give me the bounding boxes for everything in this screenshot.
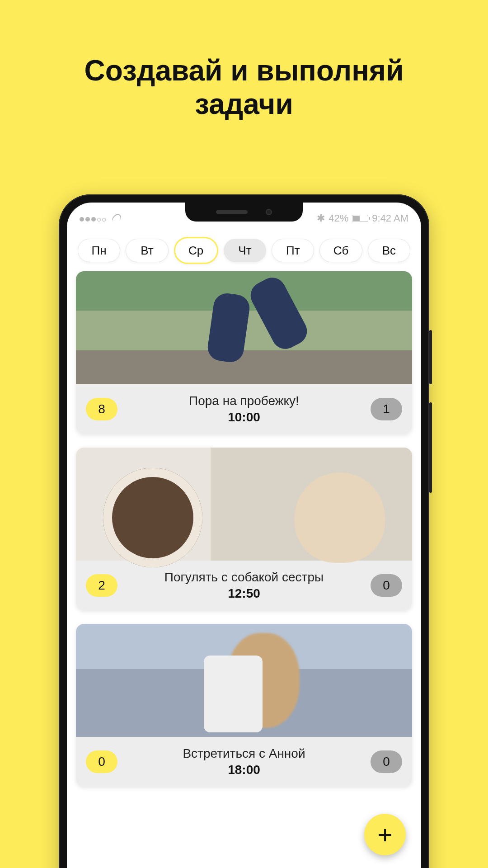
- task-right-badge: 0: [371, 574, 402, 597]
- task-time: 12:50: [117, 586, 371, 601]
- plus-icon: +: [378, 820, 393, 849]
- bluetooth-icon: ✱: [317, 212, 325, 224]
- phone-side-button: [429, 330, 432, 384]
- day-tab-0[interactable]: Пн: [78, 239, 120, 262]
- task-left-badge: 0: [86, 750, 117, 773]
- day-selector: ПнВтСрЧтПтСбВс: [67, 228, 421, 271]
- battery-icon: [352, 215, 368, 222]
- front-camera: [266, 209, 272, 215]
- notch: [185, 203, 303, 222]
- day-label: Пт: [286, 244, 300, 258]
- task-right-badge: 0: [371, 750, 402, 773]
- day-tab-1[interactable]: Вт: [126, 239, 168, 262]
- task-overlay: 8Пора на пробежку!10:001: [76, 384, 412, 434]
- day-label: Вт: [141, 244, 153, 258]
- phone-side-button: [429, 402, 432, 493]
- wifi-icon: [112, 215, 122, 222]
- task-time: 10:00: [117, 410, 371, 425]
- day-label: Ср: [188, 244, 203, 258]
- task-overlay: 0Встретиться с Анной18:000: [76, 737, 412, 787]
- task-card[interactable]: 2Погулять с собакой сестры12:500: [76, 448, 412, 610]
- task-list: 8Пора на пробежку!10:0012Погулять с соба…: [67, 271, 421, 787]
- promo-title: Создавай и выполняй задачи: [0, 0, 488, 121]
- status-left: [80, 212, 122, 224]
- day-tab-6[interactable]: Вс: [368, 239, 410, 262]
- day-label: Пн: [92, 244, 107, 258]
- task-time: 18:00: [117, 763, 371, 777]
- screen: ✱ 42% 9:42 AM ПнВтСрЧтПтСбВс 8Пора на пр…: [67, 203, 421, 868]
- phone-frame: ✱ 42% 9:42 AM ПнВтСрЧтПтСбВс 8Пора на пр…: [59, 194, 429, 868]
- task-title: Пора на пробежку!: [117, 394, 371, 408]
- task-title: Встретиться с Анной: [117, 746, 371, 761]
- task-overlay: 2Погулять с собакой сестры12:500: [76, 561, 412, 610]
- day-tab-4[interactable]: Пт: [272, 239, 314, 262]
- day-tab-5[interactable]: Сб: [319, 239, 362, 262]
- task-image: [76, 448, 412, 561]
- signal-dots-icon: [80, 212, 107, 224]
- task-card[interactable]: 0Встретиться с Анной18:000: [76, 624, 412, 787]
- speaker-slot: [216, 210, 248, 214]
- clock: 9:42 AM: [372, 212, 408, 224]
- status-right: ✱ 42% 9:42 AM: [317, 212, 408, 224]
- task-info: Погулять с собакой сестры12:50: [117, 570, 371, 601]
- day-label: Чт: [238, 244, 251, 258]
- day-tab-2[interactable]: Ср: [174, 237, 218, 264]
- day-label: Сб: [333, 244, 349, 258]
- task-info: Встретиться с Анной18:00: [117, 746, 371, 777]
- add-task-button[interactable]: +: [364, 814, 406, 855]
- task-left-badge: 2: [86, 574, 117, 597]
- task-info: Пора на пробежку!10:00: [117, 394, 371, 425]
- day-tab-3[interactable]: Чт: [224, 239, 266, 262]
- task-card[interactable]: 8Пора на пробежку!10:001: [76, 271, 412, 434]
- task-left-badge: 8: [86, 398, 117, 420]
- battery-percent: 42%: [328, 212, 348, 224]
- task-title: Погулять с собакой сестры: [117, 570, 371, 585]
- task-image: [76, 624, 412, 737]
- task-right-badge: 1: [371, 398, 402, 420]
- day-label: Вс: [382, 244, 396, 258]
- task-image: [76, 271, 412, 384]
